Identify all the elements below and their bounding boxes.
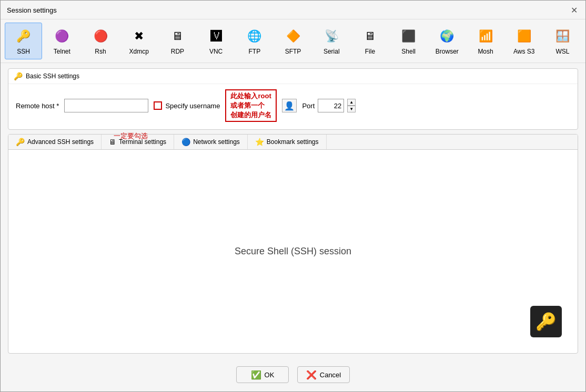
basic-settings-header-label: Basic SSH settings	[26, 73, 79, 80]
cancel-button[interactable]: ❌ Cancel	[297, 366, 350, 383]
advanced-tab-icon: 🔑	[16, 138, 25, 146]
wsl-icon: 🪟	[553, 27, 572, 46]
browser-icon: 🌍	[438, 27, 457, 46]
ssh-label: SSH	[17, 48, 30, 55]
protocol-item-browser[interactable]: 🌍Browser	[428, 23, 466, 59]
remote-host-input[interactable]	[64, 99, 148, 112]
annotation-below-text: 一定要勾选	[114, 131, 148, 141]
ssh-session-label: Secure Shell (SSH) session	[235, 246, 351, 257]
ftp-label: FTP	[249, 48, 261, 55]
ok-label: OK	[265, 371, 275, 379]
protocol-item-ftp[interactable]: 🌐FTP	[236, 23, 273, 59]
mosh-label: Mosh	[478, 48, 493, 55]
title-bar: Session settings ✕	[1, 1, 585, 19]
network-tab-icon: 🔵	[181, 138, 190, 146]
protocol-item-file[interactable]: 🖥File	[351, 23, 389, 59]
serial-icon: 📡	[322, 27, 341, 46]
xdmcp-icon: ✖	[129, 27, 148, 46]
basic-settings-header-icon: 🔑	[14, 72, 23, 80]
close-button[interactable]: ✕	[569, 5, 579, 16]
protocol-item-xdmcp[interactable]: ✖Xdmcp	[120, 23, 158, 59]
rsh-label: Rsh	[95, 48, 106, 55]
xdmcp-label: Xdmcp	[129, 48, 149, 55]
remote-host-label: Remote host *	[16, 102, 59, 110]
ftp-icon: 🌐	[245, 27, 264, 46]
specify-username-checkbox[interactable]	[154, 101, 162, 110]
annotation-line2: 或者第一个	[230, 101, 271, 110]
key-icon-box: 🔑	[530, 306, 562, 337]
browser-label: Browser	[436, 48, 459, 55]
sftp-label: SFTP	[285, 48, 301, 55]
session-settings-dialog: Session settings ✕ 🔑SSH🟣Telnet🔴Rsh✖Xdmcp…	[0, 0, 586, 392]
sftp-icon: 🔶	[284, 27, 302, 46]
protocol-bar: 🔑SSH🟣Telnet🔴Rsh✖Xdmcp🖥RDP🆅VNC🌐FTP🔶SFTP📡S…	[1, 19, 585, 63]
specify-username-wrap: Specify username	[154, 101, 220, 110]
telnet-label: Telnet	[54, 48, 70, 55]
tab-advanced[interactable]: 🔑Advanced SSH settings	[8, 135, 102, 149]
basic-settings-header: 🔑 Basic SSH settings	[8, 69, 578, 84]
port-spinner: ▲ ▼	[347, 99, 356, 112]
port-increment-button[interactable]: ▲	[347, 99, 356, 106]
annotation-line1: 此处输入root	[230, 91, 271, 101]
awss3-icon: 🟧	[514, 27, 533, 46]
network-tab-label: Network settings	[193, 138, 240, 146]
mosh-icon: 📶	[476, 27, 495, 46]
shell-icon: ⬛	[399, 27, 418, 46]
annotation-input-box: 此处输入root 或者第一个 创建的用户名	[225, 89, 277, 122]
protocol-item-rdp[interactable]: 🖥RDP	[159, 23, 196, 59]
protocol-item-shell[interactable]: ⬛Shell	[390, 23, 427, 59]
file-label: File	[365, 48, 375, 55]
tab-bookmark[interactable]: ⭐Bookmark settings	[248, 135, 327, 149]
user-icon-button[interactable]: 👤	[282, 99, 297, 112]
port-input[interactable]	[318, 99, 344, 112]
bookmark-tab-icon: ⭐	[255, 138, 264, 146]
ssh-icon: 🔑	[14, 27, 33, 46]
rdp-label: RDP	[171, 48, 184, 55]
content-area: 🔑 Basic SSH settings Remote host * Speci…	[1, 63, 585, 359]
protocol-item-awss3[interactable]: 🟧Aws S3	[506, 23, 543, 59]
port-area: Port ▲ ▼	[302, 99, 356, 112]
ok-icon: ✅	[251, 370, 261, 380]
wsl-label: WSL	[555, 48, 569, 55]
port-decrement-button[interactable]: ▼	[347, 106, 356, 112]
protocol-item-vnc[interactable]: 🆅VNC	[197, 23, 235, 59]
protocol-item-ssh[interactable]: 🔑SSH	[5, 23, 42, 59]
cancel-label: Cancel	[320, 371, 341, 379]
specify-username-label: Specify username	[165, 102, 220, 110]
protocol-item-sftp[interactable]: 🔶SFTP	[274, 23, 311, 59]
rdp-icon: 🖥	[168, 27, 187, 46]
tabs-header: 🔑Advanced SSH settings🖥Terminal settings…	[8, 135, 578, 150]
vnc-icon: 🆅	[207, 27, 226, 46]
cancel-icon: ❌	[306, 370, 317, 380]
file-icon: 🖥	[360, 27, 379, 46]
tab-network[interactable]: 🔵Network settings	[174, 135, 248, 149]
awss3-label: Aws S3	[513, 48, 534, 55]
protocol-item-mosh[interactable]: 📶Mosh	[467, 23, 504, 59]
tab-content-area: Secure Shell (SSH) session 🔑	[8, 150, 578, 353]
basic-settings-row: Remote host * Specify username 此处输入root …	[8, 84, 578, 129]
serial-label: Serial	[324, 48, 340, 55]
basic-ssh-settings-box: 🔑 Basic SSH settings Remote host * Speci…	[8, 68, 578, 130]
footer-buttons: ✅ OK ❌ Cancel	[1, 359, 585, 391]
key-icon: 🔑	[536, 312, 557, 332]
dialog-title: Session settings	[7, 6, 57, 14]
ok-button[interactable]: ✅ OK	[236, 366, 289, 383]
protocol-item-wsl[interactable]: 🪟WSL	[544, 23, 581, 59]
annotation-line3: 创建的用户名	[230, 110, 271, 120]
lower-tabs: 🔑Advanced SSH settings🖥Terminal settings…	[8, 134, 578, 354]
vnc-label: VNC	[209, 48, 223, 55]
protocol-item-serial[interactable]: 📡Serial	[313, 23, 350, 59]
port-label: Port	[302, 102, 315, 110]
protocol-item-rsh[interactable]: 🔴Rsh	[82, 23, 119, 59]
telnet-icon: 🟣	[53, 27, 72, 46]
bookmark-tab-label: Bookmark settings	[267, 138, 319, 146]
rsh-icon: 🔴	[91, 27, 110, 46]
shell-label: Shell	[401, 48, 416, 55]
protocol-item-telnet[interactable]: 🟣Telnet	[43, 23, 80, 59]
advanced-tab-label: Advanced SSH settings	[27, 138, 94, 146]
